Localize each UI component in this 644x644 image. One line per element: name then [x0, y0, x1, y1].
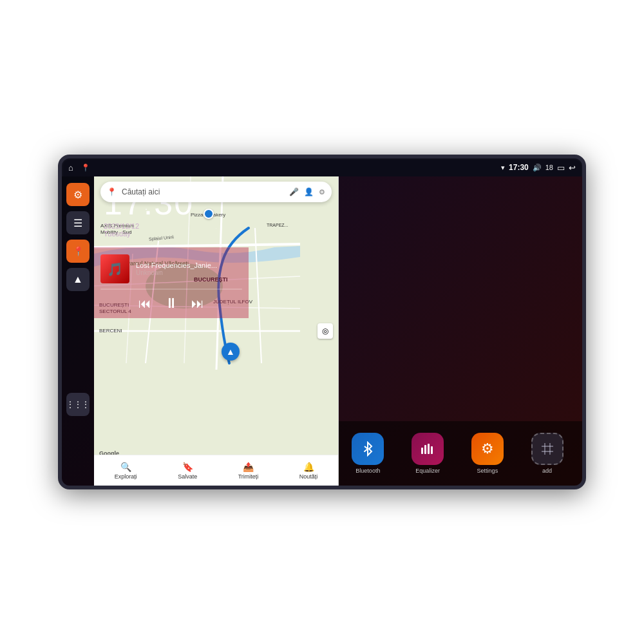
- battery-level: 18: [545, 164, 553, 171]
- back-icon[interactable]: ↩: [569, 163, 576, 173]
- settings-icon-bg: ⚙: [471, 433, 504, 465]
- music-info-row: 🎵 Lost Frequencies_Janie... Unknown: [100, 254, 242, 283]
- music-text: Lost Frequencies_Janie... Unknown: [136, 261, 242, 276]
- settings-label: Settings: [477, 468, 498, 474]
- svg-rect-15: [421, 448, 423, 454]
- map-nav-news[interactable]: 🔔 Noutăți: [299, 462, 318, 480]
- clock-date-value: 2023/12/12: [104, 222, 139, 230]
- svg-rect-18: [431, 446, 433, 454]
- status-bar: ⌂ 📍 ▾ 17:30 🔊 18 ▭ ↩: [62, 158, 582, 176]
- wifi-icon: ▾: [501, 164, 505, 172]
- equalizer-icon-bg: [412, 433, 444, 465]
- app-add[interactable]: add: [518, 433, 576, 474]
- svg-rect-16: [424, 445, 426, 454]
- music-title: Lost Frequencies_Janie...: [136, 261, 242, 269]
- star-4: [216, 228, 216, 229]
- svg-line-5: [255, 228, 261, 363]
- send-label: Trimiteți: [238, 473, 259, 480]
- news-label: Noutăți: [299, 473, 318, 480]
- right-panel: 17:30 2023/12/12 Tuesday 🎵: [94, 176, 249, 421]
- music-album-art: 🎵: [100, 254, 129, 283]
- saved-icon: 🔖: [182, 462, 193, 472]
- status-home-icons: ⌂ 📍: [68, 163, 90, 173]
- prev-button[interactable]: ⏮: [138, 296, 151, 311]
- star-3: [146, 209, 147, 210]
- map-nav-saved[interactable]: 🔖 Salvate: [178, 462, 197, 480]
- app-settings[interactable]: ⚙ Settings: [459, 433, 516, 474]
- bluetooth-label: Bluetooth: [355, 468, 380, 474]
- explore-icon: 🔍: [120, 462, 131, 472]
- album-art-image: 🎵: [107, 261, 123, 277]
- car-unit: ⌂ 📍 ▾ 17:30 🔊 18 ▭ ↩ ⚙ ☰ 📍 ▲: [58, 155, 586, 489]
- menu-icon: ☰: [73, 217, 82, 229]
- saved-label: Salvate: [178, 473, 197, 480]
- bluetooth-icon-bg: [352, 433, 384, 465]
- news-icon: 🔔: [303, 462, 314, 472]
- main-content: ⚙ ☰ 📍 ▲ ⋮⋮⋮: [62, 176, 582, 486]
- equalizer-icon: [420, 441, 435, 457]
- bluetooth-icon: [360, 441, 375, 457]
- equalizer-label: Equalizer: [415, 468, 440, 474]
- pause-button[interactable]: ⏸: [164, 295, 178, 312]
- map-nav-send[interactable]: 📤 Trimiteți: [238, 462, 259, 480]
- navigate-icon: ▲: [73, 274, 83, 285]
- status-time: 17:30: [509, 163, 529, 172]
- sidebar-menu-btn[interactable]: ☰: [66, 211, 90, 234]
- left-sidebar: ⚙ ☰ 📍 ▲ ⋮⋮⋮: [62, 176, 94, 486]
- volume-icon: 🔊: [533, 164, 542, 172]
- add-icon-bg: [531, 433, 564, 465]
- sidebar-nav-btn[interactable]: ▲: [66, 268, 90, 291]
- settings-app-icon: ⚙: [481, 440, 494, 457]
- apps-grid-button[interactable]: ⋮⋮⋮: [66, 393, 90, 416]
- center-area: AXIS PremiumMobility - Sud Pizza & Baker…: [94, 176, 582, 486]
- music-progress-bar[interactable]: [100, 289, 242, 290]
- add-label: add: [542, 468, 552, 474]
- add-grid-icon: [540, 441, 555, 457]
- mic-icon[interactable]: 🎤: [289, 187, 299, 196]
- maps-status-icon[interactable]: 📍: [81, 164, 90, 172]
- home-icon[interactable]: ⌂: [68, 163, 73, 173]
- sidebar-maps-btn[interactable]: 📍: [66, 240, 90, 263]
- svg-rect-17: [428, 444, 430, 454]
- grid-icon: ⋮⋮⋮: [66, 401, 90, 408]
- battery-icon: ▭: [557, 163, 565, 173]
- map-label-trapez: TRAPEZ...: [267, 223, 288, 227]
- account-icon[interactable]: 👤: [304, 187, 314, 196]
- top-row: AXIS PremiumMobility - Sud Pizza & Baker…: [94, 176, 582, 421]
- settings-map-icon[interactable]: ⚙: [319, 188, 325, 196]
- map-search-placeholder[interactable]: Căutați aici: [122, 187, 284, 196]
- clock-day-value: Tuesday: [104, 230, 131, 238]
- music-player-widget: 🎵 Lost Frequencies_Janie... Unknown ⏮: [94, 247, 249, 318]
- explore-label: Explorați: [115, 473, 137, 480]
- music-controls: ⏮ ⏸ ⏭: [100, 295, 242, 312]
- right-panel-inner: 17:30 2023/12/12 Tuesday 🎵: [94, 176, 249, 421]
- send-icon: 📤: [243, 462, 254, 472]
- settings-icon: ⚙: [73, 189, 82, 201]
- map-search-bar[interactable]: 📍 Căutați aici 🎤 👤 ⚙: [100, 182, 332, 202]
- location-icon: 📍: [73, 246, 84, 256]
- sidebar-settings-btn[interactable]: ⚙: [66, 183, 90, 206]
- clock-date: 2023/12/12 Tuesday: [104, 222, 239, 238]
- map-bottom-nav: 🔍 Explorați 🔖 Salvate 📤 Trimiteți �: [94, 455, 338, 486]
- next-button[interactable]: ⏭: [191, 296, 204, 311]
- app-bluetooth[interactable]: Bluetooth: [339, 433, 397, 474]
- status-right-icons: ▾ 17:30 🔊 18 ▭ ↩: [501, 163, 576, 173]
- maps-search-icon: 📍: [107, 187, 117, 196]
- map-nav-explore[interactable]: 🔍 Explorați: [115, 462, 137, 480]
- music-artist: Unknown: [136, 269, 242, 276]
- location-center-btn[interactable]: ◎: [317, 323, 333, 339]
- app-equalizer[interactable]: Equalizer: [399, 433, 457, 474]
